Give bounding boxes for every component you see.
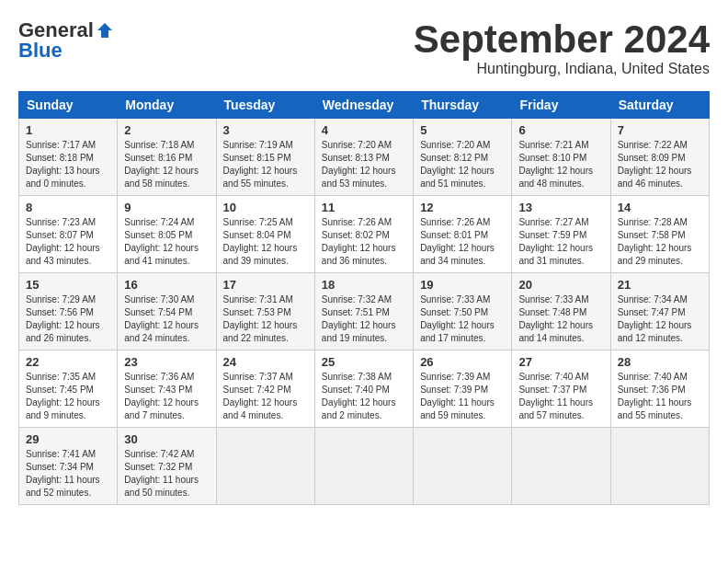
calendar-day-cell: 14Sunrise: 7:28 AM Sunset: 7:58 PM Dayli… (610, 196, 709, 273)
day-number: 24 (223, 355, 308, 369)
day-info: Sunrise: 7:28 AM Sunset: 7:58 PM Dayligh… (618, 216, 702, 268)
calendar-day-cell: 1Sunrise: 7:17 AM Sunset: 8:18 PM Daylig… (19, 119, 118, 196)
day-number: 30 (124, 432, 209, 446)
day-info: Sunrise: 7:35 AM Sunset: 7:45 PM Dayligh… (26, 371, 110, 422)
weekday-header: Sunday (19, 92, 118, 119)
calendar-day-cell: 3Sunrise: 7:19 AM Sunset: 8:15 PM Daylig… (216, 119, 314, 196)
day-number: 26 (420, 355, 505, 369)
calendar-day-cell (314, 428, 413, 505)
day-number: 16 (124, 278, 209, 292)
calendar-table: SundayMondayTuesdayWednesdayThursdayFrid… (18, 91, 710, 505)
weekday-header: Friday (512, 92, 610, 119)
day-number: 12 (420, 201, 505, 214)
day-info: Sunrise: 7:31 AM Sunset: 7:53 PM Dayligh… (223, 293, 308, 345)
calendar-week-row: 15Sunrise: 7:29 AM Sunset: 7:56 PM Dayli… (19, 273, 710, 350)
calendar-day-cell: 15Sunrise: 7:29 AM Sunset: 7:56 PM Dayli… (19, 273, 118, 350)
day-info: Sunrise: 7:27 AM Sunset: 7:59 PM Dayligh… (518, 216, 603, 268)
day-info: Sunrise: 7:20 AM Sunset: 8:12 PM Dayligh… (420, 139, 505, 190)
calendar-day-cell: 28Sunrise: 7:40 AM Sunset: 7:36 PM Dayli… (610, 350, 709, 428)
title-section: September 2024 Huntingburg, Indiana, Uni… (414, 18, 710, 77)
calendar-day-cell: 18Sunrise: 7:32 AM Sunset: 7:51 PM Dayli… (314, 273, 413, 350)
day-number: 15 (26, 278, 110, 292)
day-number: 18 (322, 278, 406, 292)
calendar-day-cell: 8Sunrise: 7:23 AM Sunset: 8:07 PM Daylig… (19, 196, 118, 273)
day-number: 21 (618, 278, 702, 292)
calendar-day-cell: 25Sunrise: 7:38 AM Sunset: 7:40 PM Dayli… (314, 350, 413, 428)
logo-blue-text: Blue (18, 39, 63, 62)
day-info: Sunrise: 7:42 AM Sunset: 7:32 PM Dayligh… (124, 448, 209, 500)
day-number: 3 (223, 123, 308, 137)
day-number: 10 (223, 201, 308, 214)
calendar-day-cell: 16Sunrise: 7:30 AM Sunset: 7:54 PM Dayli… (118, 273, 216, 350)
day-info: Sunrise: 7:40 AM Sunset: 7:36 PM Dayligh… (618, 371, 702, 422)
weekday-header: Monday (118, 92, 216, 119)
calendar-day-cell: 21Sunrise: 7:34 AM Sunset: 7:47 PM Dayli… (610, 273, 709, 350)
day-info: Sunrise: 7:41 AM Sunset: 7:34 PM Dayligh… (26, 448, 110, 500)
day-number: 5 (420, 123, 505, 137)
day-info: Sunrise: 7:33 AM Sunset: 7:50 PM Dayligh… (420, 293, 505, 345)
calendar-week-row: 8Sunrise: 7:23 AM Sunset: 8:07 PM Daylig… (19, 196, 710, 273)
calendar-day-cell: 9Sunrise: 7:24 AM Sunset: 8:05 PM Daylig… (118, 196, 216, 273)
day-number: 7 (618, 123, 702, 137)
calendar-day-cell (216, 428, 314, 505)
day-info: Sunrise: 7:29 AM Sunset: 7:56 PM Dayligh… (26, 293, 110, 345)
day-number: 13 (518, 201, 603, 214)
day-info: Sunrise: 7:37 AM Sunset: 7:42 PM Dayligh… (223, 371, 308, 422)
calendar-day-cell: 20Sunrise: 7:33 AM Sunset: 7:48 PM Dayli… (512, 273, 610, 350)
page-header: General Blue September 2024 Huntingburg,… (18, 18, 710, 77)
day-info: Sunrise: 7:22 AM Sunset: 8:09 PM Dayligh… (618, 139, 702, 190)
calendar-day-cell: 12Sunrise: 7:26 AM Sunset: 8:01 PM Dayli… (414, 196, 512, 273)
day-info: Sunrise: 7:33 AM Sunset: 7:48 PM Dayligh… (518, 293, 603, 345)
calendar-day-cell (610, 428, 709, 505)
calendar-day-cell: 2Sunrise: 7:18 AM Sunset: 8:16 PM Daylig… (118, 119, 216, 196)
calendar-day-cell: 30Sunrise: 7:42 AM Sunset: 7:32 PM Dayli… (118, 428, 216, 505)
day-number: 25 (322, 355, 406, 369)
day-number: 4 (322, 123, 406, 137)
day-info: Sunrise: 7:23 AM Sunset: 8:07 PM Dayligh… (26, 216, 110, 268)
day-number: 11 (322, 201, 406, 214)
calendar-day-cell: 27Sunrise: 7:40 AM Sunset: 7:37 PM Dayli… (512, 350, 610, 428)
svg-marker-0 (97, 23, 112, 38)
day-number: 23 (124, 355, 209, 369)
calendar-day-cell: 22Sunrise: 7:35 AM Sunset: 7:45 PM Dayli… (19, 350, 118, 428)
day-info: Sunrise: 7:25 AM Sunset: 8:04 PM Dayligh… (223, 216, 308, 268)
calendar-day-cell: 6Sunrise: 7:21 AM Sunset: 8:10 PM Daylig… (512, 119, 610, 196)
calendar-day-cell: 7Sunrise: 7:22 AM Sunset: 8:09 PM Daylig… (610, 119, 709, 196)
day-info: Sunrise: 7:30 AM Sunset: 7:54 PM Dayligh… (124, 293, 209, 345)
day-info: Sunrise: 7:40 AM Sunset: 7:37 PM Dayligh… (518, 371, 603, 422)
day-number: 29 (26, 432, 110, 446)
day-number: 6 (518, 123, 603, 137)
calendar-day-cell: 11Sunrise: 7:26 AM Sunset: 8:02 PM Dayli… (314, 196, 413, 273)
day-info: Sunrise: 7:19 AM Sunset: 8:15 PM Dayligh… (223, 139, 308, 190)
calendar-day-cell: 19Sunrise: 7:33 AM Sunset: 7:50 PM Dayli… (414, 273, 512, 350)
calendar-title: September 2024 (414, 18, 710, 61)
day-info: Sunrise: 7:36 AM Sunset: 7:43 PM Dayligh… (124, 371, 209, 422)
logo: General Blue (18, 18, 114, 63)
weekday-header: Thursday (414, 92, 512, 119)
weekday-header: Saturday (610, 92, 709, 119)
day-info: Sunrise: 7:39 AM Sunset: 7:39 PM Dayligh… (420, 371, 505, 422)
weekday-header: Tuesday (216, 92, 314, 119)
header-row: SundayMondayTuesdayWednesdayThursdayFrid… (19, 92, 710, 119)
calendar-day-cell: 17Sunrise: 7:31 AM Sunset: 7:53 PM Dayli… (216, 273, 314, 350)
day-number: 27 (518, 355, 603, 369)
calendar-day-cell: 23Sunrise: 7:36 AM Sunset: 7:43 PM Dayli… (118, 350, 216, 428)
day-info: Sunrise: 7:34 AM Sunset: 7:47 PM Dayligh… (618, 293, 702, 345)
day-number: 17 (223, 278, 308, 292)
logo-icon (96, 21, 114, 40)
calendar-day-cell: 13Sunrise: 7:27 AM Sunset: 7:59 PM Dayli… (512, 196, 610, 273)
day-info: Sunrise: 7:17 AM Sunset: 8:18 PM Dayligh… (26, 139, 110, 190)
day-info: Sunrise: 7:32 AM Sunset: 7:51 PM Dayligh… (322, 293, 406, 345)
calendar-week-row: 22Sunrise: 7:35 AM Sunset: 7:45 PM Dayli… (19, 350, 710, 428)
day-info: Sunrise: 7:20 AM Sunset: 8:13 PM Dayligh… (322, 139, 406, 190)
calendar-day-cell (512, 428, 610, 505)
calendar-day-cell: 10Sunrise: 7:25 AM Sunset: 8:04 PM Dayli… (216, 196, 314, 273)
day-number: 22 (26, 355, 110, 369)
calendar-day-cell: 26Sunrise: 7:39 AM Sunset: 7:39 PM Dayli… (414, 350, 512, 428)
day-info: Sunrise: 7:38 AM Sunset: 7:40 PM Dayligh… (322, 371, 406, 422)
calendar-subtitle: Huntingburg, Indiana, United States (414, 61, 710, 77)
calendar-week-row: 1Sunrise: 7:17 AM Sunset: 8:18 PM Daylig… (19, 119, 710, 196)
calendar-day-cell (414, 428, 512, 505)
day-number: 2 (124, 123, 209, 137)
calendar-day-cell: 5Sunrise: 7:20 AM Sunset: 8:12 PM Daylig… (414, 119, 512, 196)
